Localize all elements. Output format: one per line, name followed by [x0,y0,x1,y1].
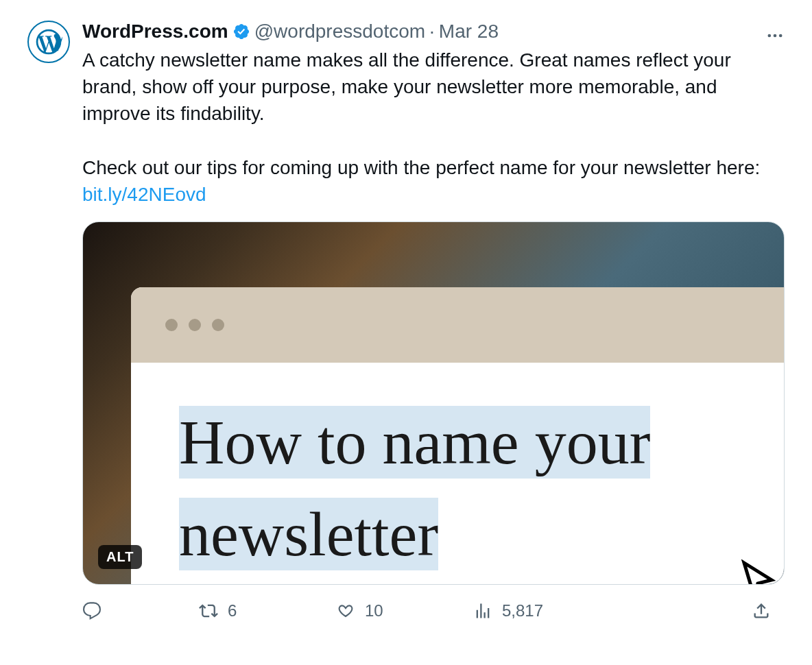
wordpress-logo-icon [34,27,64,57]
verified-badge-icon [232,23,250,40]
svg-point-2 [779,34,783,38]
retweet-count: 6 [228,601,237,620]
window-dot-icon [189,319,201,331]
avatar[interactable] [27,21,70,63]
more-button[interactable] [765,26,785,45]
tweet-text: A catchy newsletter name makes all the d… [82,47,785,208]
separator-dot: · [429,21,435,43]
tweet[interactable]: WordPress.com @wordpressdotcom · Mar 28 … [27,21,785,620]
card-window-mock: How to name your newsletter [131,287,785,585]
like-button[interactable]: 10 [336,601,473,620]
share-icon [752,601,771,620]
tweet-date[interactable]: Mar 28 [439,21,499,43]
like-count: 10 [365,601,383,620]
tweet-actions: 6 10 5,817 [82,601,785,620]
tweet-media-card[interactable]: How to name your newsletter ALT [82,221,785,585]
card-headline: How to name your newsletter [179,406,650,570]
retweet-icon [199,601,218,620]
display-name[interactable]: WordPress.com [82,21,228,43]
more-icon [765,26,785,45]
reply-icon [82,601,102,620]
window-dot-icon [212,319,224,331]
share-button[interactable] [752,601,771,620]
svg-point-1 [774,34,777,38]
analytics-icon [473,601,492,620]
views-button[interactable]: 5,817 [473,601,645,620]
tweet-header: WordPress.com @wordpressdotcom · Mar 28 [82,21,785,43]
window-titlebar [131,287,785,363]
window-content: How to name your newsletter [131,363,785,585]
alt-badge[interactable]: ALT [98,545,142,569]
heart-icon [336,601,355,620]
window-dot-icon [165,319,178,331]
handle[interactable]: @wordpressdotcom [254,21,425,43]
reply-button[interactable] [82,601,199,620]
svg-point-0 [768,34,772,38]
view-count: 5,817 [502,601,543,620]
tweet-link[interactable]: bit.ly/42NEovd [82,184,206,205]
retweet-button[interactable]: 6 [199,601,336,620]
cursor-arrow-icon [737,559,778,585]
